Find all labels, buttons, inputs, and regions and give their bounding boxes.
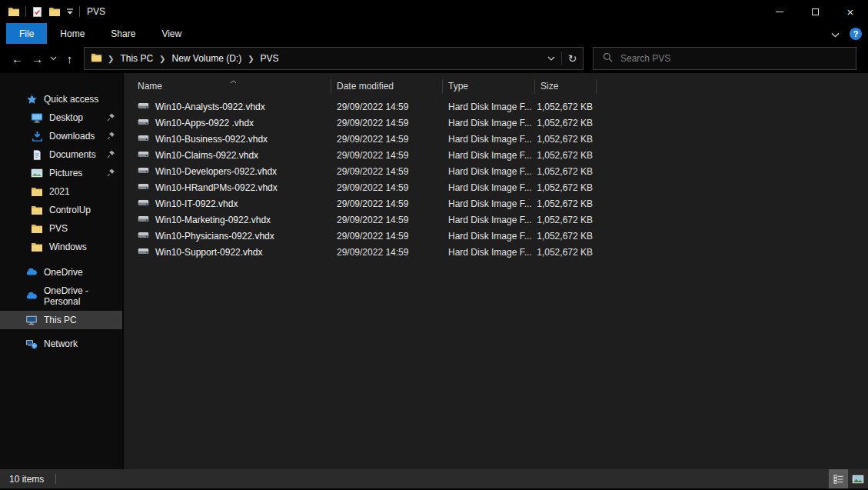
vhdx-file-icon [138,230,149,242]
file-size: 1,052,672 KB [535,102,597,112]
table-row[interactable]: Win10-Developers-0922.vhdx 29/09/2022 14… [124,163,868,179]
maximize-icon [812,8,819,15]
file-name: Win10-Claims-0922.vhdx [155,150,258,161]
refresh-icon[interactable]: ↻ [562,48,583,69]
table-row[interactable]: Win10-Business-0922.vhdx 29/09/2022 14:5… [124,131,868,147]
file-date: 29/09/2022 14:59 [331,215,443,225]
window-controls: × [762,0,868,23]
table-row[interactable]: Win10-Support-0922.vhdx 29/09/2022 14:59… [124,244,868,260]
desktop-icon [31,112,43,124]
breadcrumb[interactable]: ❯ This PC ❯ New Volume (D:) ❯ PVS ↻ [84,47,584,70]
file-type: Hard Disk Image F... [443,198,535,209]
pin-icon[interactable] [107,168,115,179]
details-view-button[interactable] [829,469,848,488]
column-header-size[interactable]: Size [535,75,597,98]
back-button[interactable]: ← [8,48,27,68]
large-icons-view-button[interactable] [848,469,867,488]
tab-file[interactable]: File [6,23,47,44]
explorer-window: PVS × File Home Share View ? ← → ↑ [0,0,868,490]
sidebar-item-pvs[interactable]: PVS [0,219,122,238]
column-header-type[interactable]: Type [443,75,535,98]
sidebar-item-desktop[interactable]: Desktop [0,108,122,127]
sidebar-item-label: Documents [49,149,96,160]
search-box[interactable] [593,47,856,70]
pictures-icon [31,167,43,179]
pin-icon[interactable] [107,150,115,161]
properties-icon[interactable] [32,6,43,18]
app-folder-icon[interactable] [8,5,20,18]
minimize-button[interactable] [762,0,797,23]
pin-icon[interactable] [107,113,115,124]
sidebar-item-onedrive-personal[interactable]: OneDrive - Personal [0,287,122,305]
breadcrumb-separator-icon[interactable]: ❯ [154,55,171,63]
sidebar-item-quick-access[interactable]: Quick access [0,90,122,108]
column-header-date-modified[interactable]: Date modified [331,75,443,98]
file-date: 29/09/2022 14:59 [331,231,443,242]
status-separator [55,474,56,484]
new-folder-icon[interactable] [48,5,61,18]
qat-separator [25,6,26,17]
breadcrumb-item-drive[interactable]: New Volume (D:) [171,52,242,65]
sidebar-item-this-pc[interactable]: This PC [0,311,122,329]
table-row[interactable]: Win10-Apps-0922 .vhdx 29/09/2022 14:59 H… [124,115,868,131]
sidebar-item-windows[interactable]: Windows [0,238,122,256]
file-name: Win10-Physicians-0922.vhdx [155,231,274,242]
sidebar-item-documents[interactable]: Documents [0,145,122,164]
file-date: 29/09/2022 14:59 [331,150,443,161]
breadcrumb-separator-icon[interactable]: ❯ [242,55,259,63]
documents-icon [31,148,43,161]
help-icon[interactable]: ? [850,28,862,40]
file-type: Hard Disk Image F... [443,182,535,193]
table-row[interactable]: Win10-IT-0922.vhdx 29/09/2022 14:59 Hard… [124,195,868,212]
vhdx-file-icon [138,214,149,226]
tab-view[interactable]: View [148,23,195,44]
up-button[interactable]: ↑ [60,48,79,68]
column-headers: Name Date modified Type Size [124,75,868,98]
file-list-pane: Name Date modified Type Size Win10-Analy… [124,73,868,469]
tab-home[interactable]: Home [47,23,98,44]
table-row[interactable]: Win10-Physicians-0922.vhdx 29/09/2022 14… [124,228,868,244]
sidebar-item-network[interactable]: Network [0,335,122,353]
sidebar-item-onedrive[interactable]: OneDrive [0,263,122,282]
onedrive-icon [25,290,38,302]
recent-locations-icon[interactable] [48,48,59,68]
sidebar-item-2021[interactable]: 2021 [0,182,122,201]
pin-icon[interactable] [107,132,115,142]
this-pc-icon [25,314,38,326]
tab-share[interactable]: Share [98,23,148,44]
file-type: Hard Disk Image F... [443,102,535,112]
table-row[interactable]: Win10-Marketing-0922.vhdx 29/09/2022 14:… [124,212,868,228]
file-size: 1,052,672 KB [535,247,597,258]
file-size: 1,052,672 KB [535,182,597,193]
file-date: 29/09/2022 14:59 [331,247,443,258]
column-header-name[interactable]: Name [124,75,331,98]
view-toggle-buttons [829,469,867,488]
sidebar-item-label: Quick access [44,94,98,105]
search-input[interactable] [620,53,850,64]
sidebar-item-label: Downloads [49,131,95,142]
breadcrumb-separator-icon[interactable]: ❯ [102,55,119,63]
close-button[interactable]: × [833,0,868,23]
sidebar-item-pictures[interactable]: Pictures [0,164,122,182]
breadcrumb-item-pvs[interactable]: PVS [260,52,280,65]
table-row[interactable]: Win10-Claims-0922.vhdx 29/09/2022 14:59 … [124,147,868,163]
file-date: 29/09/2022 14:59 [331,166,443,177]
maximize-button[interactable] [797,0,833,23]
sidebar-item-controlup[interactable]: ControlUp [0,201,122,219]
quick-access-star-icon [25,93,38,105]
address-dropdown-icon[interactable] [540,48,561,69]
vhdx-file-icon [138,117,149,129]
file-size: 1,052,672 KB [535,215,597,225]
navigation-pane: Quick access Desktop Downloads [0,73,124,469]
minimize-ribbon-icon[interactable] [831,27,840,41]
customize-toolbar-icon[interactable] [66,8,74,15]
breadcrumb-item-this-pc[interactable]: This PC [119,52,154,65]
forward-button[interactable]: → [28,48,47,68]
table-row[interactable]: Win10-HRandPMs-0922.vhdx 29/09/2022 14:5… [124,179,868,195]
vhdx-file-icon [138,133,149,145]
file-size: 1,052,672 KB [535,166,597,177]
sidebar-item-label: ControlUp [49,205,91,215]
sidebar-item-downloads[interactable]: Downloads [0,127,122,145]
sidebar-item-label: This PC [44,315,77,325]
table-row[interactable]: Win10-Analysts-0922.vhdx 29/09/2022 14:5… [124,98,868,115]
